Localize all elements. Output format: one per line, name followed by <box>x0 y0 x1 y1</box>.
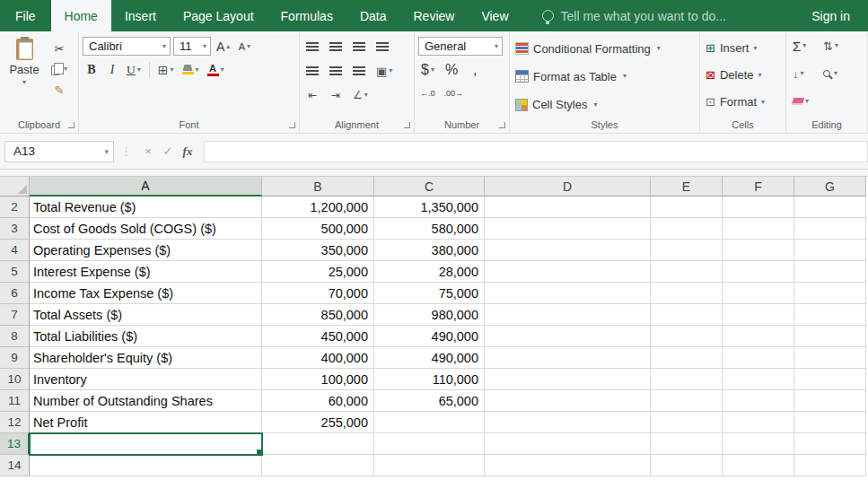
cell-f4[interactable] <box>723 240 794 261</box>
merge-center-button[interactable]: ▣▾ <box>373 62 395 81</box>
row-header-5[interactable]: 5 <box>0 261 30 283</box>
autosum-button[interactable]: Σ▾ <box>790 37 811 55</box>
cell-e6[interactable] <box>651 283 723 304</box>
comma-format-button[interactable]: , <box>466 60 484 79</box>
cell-b3[interactable]: 500,000 <box>262 218 374 240</box>
format-as-table-button[interactable]: Format as Table ▾ <box>513 65 696 88</box>
cell-a9[interactable]: Shareholder's Equity ($) <box>30 347 262 369</box>
cell-a14[interactable] <box>30 455 262 476</box>
cell-b5[interactable]: 25,000 <box>262 261 374 283</box>
row-header-3[interactable]: 3 <box>0 218 30 240</box>
find-select-button[interactable]: ▾ <box>820 65 841 83</box>
cell-c10[interactable]: 110,000 <box>374 369 485 390</box>
decrease-indent-button[interactable]: ⇤ <box>303 86 321 105</box>
cell-f2[interactable] <box>723 196 794 218</box>
cell-g6[interactable] <box>794 283 866 304</box>
tab-review[interactable]: Review <box>400 0 469 31</box>
cell-g10[interactable] <box>794 369 866 390</box>
cell-e3[interactable] <box>651 218 723 240</box>
tab-page-layout[interactable]: Page Layout <box>170 0 267 31</box>
cell-g4[interactable] <box>794 240 866 261</box>
cell-e8[interactable] <box>651 326 723 347</box>
cell-f9[interactable] <box>723 347 794 369</box>
align-top-button[interactable] <box>303 38 321 57</box>
cell-a6[interactable]: Income Tax Expense ($) <box>30 283 262 304</box>
sort-filter-button[interactable]: ⇅▾ <box>820 37 841 55</box>
italic-button[interactable]: I <box>103 60 121 79</box>
increase-decimal-button[interactable]: ←.0 <box>418 83 437 102</box>
cell-b12[interactable]: 255,000 <box>262 412 374 433</box>
align-middle-button[interactable] <box>327 38 345 57</box>
cell-a3[interactable]: Cost of Goods Sold (COGS) ($) <box>30 218 262 240</box>
align-bottom-button[interactable] <box>350 38 368 57</box>
cell-e4[interactable] <box>651 240 723 261</box>
cell-a8[interactable]: Total Liabilities ($) <box>30 326 262 347</box>
cell-c14[interactable] <box>374 455 485 476</box>
column-header-e[interactable]: E <box>651 177 723 196</box>
cancel-button[interactable]: × <box>138 144 158 158</box>
cell-a13[interactable] <box>30 433 262 455</box>
cell-e13[interactable] <box>651 433 723 455</box>
cell-c8[interactable]: 490,000 <box>374 326 485 347</box>
cell-d9[interactable] <box>485 347 651 369</box>
row-header-4[interactable]: 4 <box>0 240 30 261</box>
clipboard-dialog-launcher-icon[interactable] <box>68 122 75 128</box>
font-size-select[interactable]: 11 ▾ <box>173 37 211 56</box>
cell-styles-button[interactable]: Cell Styles ▾ <box>513 93 696 117</box>
cell-f12[interactable] <box>723 412 794 433</box>
select-all-corner[interactable] <box>0 177 30 196</box>
tab-file[interactable]: File <box>0 0 51 31</box>
fill-handle[interactable] <box>256 449 262 455</box>
align-right-button[interactable] <box>350 62 368 81</box>
cell-c12[interactable] <box>374 412 485 433</box>
row-header-9[interactable]: 9 <box>0 347 30 369</box>
tab-home[interactable]: Home <box>51 0 111 31</box>
cell-b8[interactable]: 450,000 <box>262 326 374 347</box>
cell-d14[interactable] <box>485 455 651 476</box>
cut-button[interactable]: ✂ <box>48 39 70 57</box>
cell-b11[interactable]: 60,000 <box>262 390 374 412</box>
insert-function-button[interactable]: fx <box>178 144 197 159</box>
decrease-decimal-button[interactable]: .00→ <box>443 83 466 102</box>
cell-e14[interactable] <box>651 455 723 476</box>
format-painter-button[interactable]: ✎ <box>48 81 70 99</box>
cell-a12[interactable]: Net Profit <box>30 412 262 433</box>
cell-g14[interactable] <box>794 455 866 476</box>
cell-g13[interactable] <box>794 433 866 455</box>
cell-d12[interactable] <box>485 412 651 433</box>
font-name-select[interactable]: Calibri ▾ <box>83 37 171 56</box>
cell-d11[interactable] <box>485 390 651 412</box>
cell-d13[interactable] <box>485 433 651 455</box>
sign-in-button[interactable]: Sign in <box>793 0 868 31</box>
cell-g7[interactable] <box>794 304 866 326</box>
tab-formulas[interactable]: Formulas <box>267 0 346 31</box>
cell-d4[interactable] <box>485 240 651 261</box>
cell-f7[interactable] <box>723 304 794 326</box>
row-header-14[interactable]: 14 <box>0 455 30 476</box>
decrease-font-size-button[interactable]: A▾ <box>235 37 253 56</box>
tab-data[interactable]: Data <box>346 0 400 31</box>
cell-g12[interactable] <box>794 412 866 433</box>
cell-f13[interactable] <box>723 433 794 455</box>
cell-d3[interactable] <box>485 218 651 240</box>
cell-g11[interactable] <box>794 390 866 412</box>
row-header-12[interactable]: 12 <box>0 412 30 433</box>
percent-format-button[interactable]: % <box>443 60 460 79</box>
row-header-10[interactable]: 10 <box>0 369 30 390</box>
cell-c13[interactable] <box>374 433 485 455</box>
format-cells-button[interactable]: ⊡ Format ▾ <box>704 91 782 113</box>
row-header-7[interactable]: 7 <box>0 304 30 326</box>
cell-g2[interactable] <box>794 196 866 218</box>
cell-a10[interactable]: Inventory <box>30 369 262 390</box>
underline-button[interactable]: U▾ <box>124 60 144 79</box>
cell-b6[interactable]: 70,000 <box>262 283 374 304</box>
column-header-a[interactable]: A <box>30 177 262 196</box>
cell-f5[interactable] <box>723 261 794 283</box>
row-header-13[interactable]: 13 <box>0 433 30 455</box>
cell-a5[interactable]: Interest Expense ($) <box>30 261 262 283</box>
cell-e11[interactable] <box>651 390 723 412</box>
row-header-2[interactable]: 2 <box>0 196 30 218</box>
orientation-button[interactable]: ∠▾ <box>350 86 371 105</box>
increase-indent-button[interactable]: ⇥ <box>327 86 345 105</box>
cell-g9[interactable] <box>794 347 866 369</box>
